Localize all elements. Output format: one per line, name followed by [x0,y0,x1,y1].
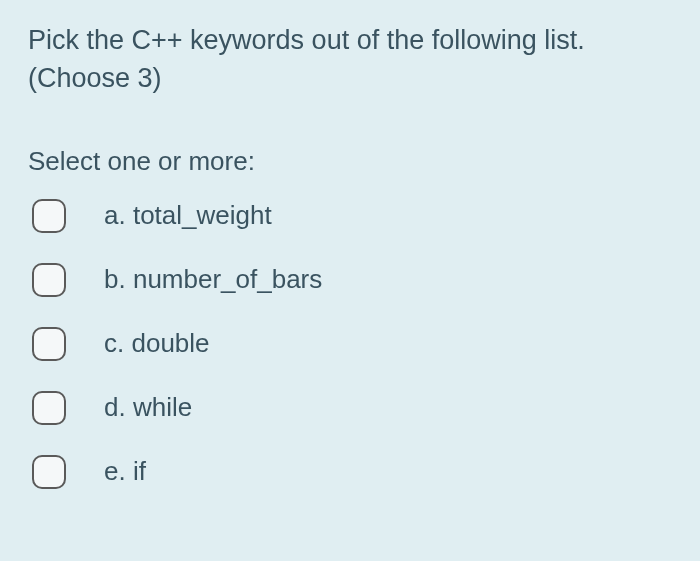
option-letter: e. [104,456,126,486]
option-label-b: b. number_of_bars [104,264,322,295]
option-b: b. number_of_bars [28,263,672,297]
option-c: c. double [28,327,672,361]
option-letter: b. [104,264,126,294]
option-label-d: d. while [104,392,192,423]
option-label-a: a. total_weight [104,200,272,231]
option-label-e: e. if [104,456,146,487]
option-text: if [133,456,146,486]
checkbox-d[interactable] [32,391,66,425]
checkbox-e[interactable] [32,455,66,489]
option-d: d. while [28,391,672,425]
question-text: Pick the C++ keywords out of the followi… [28,22,672,98]
option-text: number_of_bars [133,264,322,294]
option-letter: a. [104,200,126,230]
option-e: e. if [28,455,672,489]
checkbox-c[interactable] [32,327,66,361]
option-a: a. total_weight [28,199,672,233]
option-text: double [131,328,209,358]
checkbox-b[interactable] [32,263,66,297]
option-letter: d. [104,392,126,422]
option-text: total_weight [133,200,272,230]
option-label-c: c. double [104,328,210,359]
checkbox-a[interactable] [32,199,66,233]
option-letter: c. [104,328,124,358]
instruction-text: Select one or more: [28,146,672,177]
option-text: while [133,392,192,422]
options-list: a. total_weight b. number_of_bars c. dou… [28,199,672,489]
